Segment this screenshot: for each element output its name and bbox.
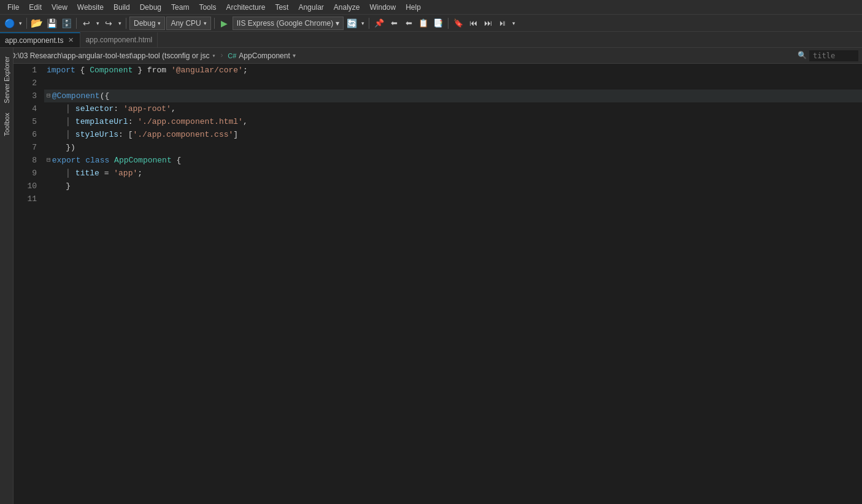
space-5 bbox=[71, 115, 75, 128]
code-line-1: import { Component } from '@angular/core… bbox=[44, 64, 862, 77]
menu-help[interactable]: Help bbox=[401, 2, 426, 13]
line-num-8: 8 bbox=[13, 154, 37, 167]
guide-6a: │ bbox=[66, 128, 71, 141]
undo-dropdown[interactable]: ▾ bbox=[94, 17, 101, 30]
debug5-dropdown[interactable]: ▾ bbox=[510, 17, 517, 30]
punc-13: { bbox=[172, 154, 182, 167]
nav-component-dropdown[interactable]: ▾ bbox=[293, 52, 296, 59]
refresh-dropdown[interactable]: ▾ bbox=[360, 17, 366, 30]
str-style-url: './app.component.css' bbox=[133, 128, 233, 141]
platform-dropdown[interactable]: Any CPU ▾ bbox=[166, 17, 210, 30]
punc-2: } bbox=[133, 64, 147, 77]
iis-express-label: IIS Express (Google Chrome) bbox=[237, 19, 333, 28]
nav-component[interactable]: C# AppComponent ▾ bbox=[228, 52, 295, 60]
menu-file[interactable]: File bbox=[2, 2, 24, 13]
nav-path-dropdown[interactable]: ▾ bbox=[212, 52, 215, 59]
menu-view[interactable]: View bbox=[47, 2, 72, 13]
prop-styleurls: styleUrls bbox=[75, 128, 118, 141]
iis-express-dropdown[interactable]: IIS Express (Google Chrome) ▾ bbox=[233, 17, 344, 30]
toolbar-sep-5 bbox=[369, 18, 369, 29]
save-button[interactable]: 💾 bbox=[45, 17, 58, 30]
redo-dropdown[interactable]: ▾ bbox=[117, 17, 123, 30]
code-container: 1 2 3 4 5 6 7 8 9 10 11 import { Compone… bbox=[13, 64, 862, 488]
menu-analyze[interactable]: Analyze bbox=[329, 2, 365, 13]
line-num-5: 5 bbox=[13, 115, 37, 128]
punc-9: , bbox=[243, 115, 248, 128]
punc-11: ] bbox=[233, 128, 238, 141]
prop-selector: selector bbox=[75, 102, 114, 115]
menu-debug[interactable]: Debug bbox=[135, 2, 166, 13]
menu-tools[interactable]: Tools bbox=[194, 2, 221, 13]
new-dropdown-button[interactable]: ▾ bbox=[17, 17, 23, 30]
code-lines[interactable]: import { Component } from '@angular/core… bbox=[44, 64, 862, 488]
indent-9 bbox=[47, 167, 66, 180]
undo-button[interactable]: ↩ bbox=[80, 17, 93, 30]
refresh-button[interactable]: 🔄 bbox=[345, 17, 358, 30]
platform-label: Any CPU bbox=[171, 19, 201, 28]
redo-button[interactable]: ↪ bbox=[102, 17, 115, 30]
iis-express-arrow: ▾ bbox=[336, 19, 339, 28]
toolbar-sep-2 bbox=[76, 18, 77, 29]
menu-angular[interactable]: Angular bbox=[293, 2, 328, 13]
search-icon: 🔍 bbox=[798, 51, 807, 60]
back-button[interactable]: ⬅ bbox=[387, 17, 401, 30]
code-line-2 bbox=[44, 77, 862, 90]
line-num-7: 7 bbox=[13, 141, 37, 154]
menu-architecture[interactable]: Architecture bbox=[221, 2, 270, 13]
line-num-3: 3 bbox=[13, 90, 37, 102]
collapse-icon-8[interactable]: ⊟ bbox=[47, 154, 51, 167]
punc-1: { bbox=[75, 64, 90, 77]
nav-component-icon: C# bbox=[228, 52, 236, 59]
str-template-url: './app.component.html' bbox=[137, 115, 243, 128]
nav-bar: ⚙ D:\03 Research\app-angular-tool-test\a… bbox=[0, 48, 862, 64]
forward-button[interactable]: ⬅ bbox=[402, 17, 415, 30]
menu-edit[interactable]: Edit bbox=[24, 2, 47, 13]
line-num-11: 11 bbox=[13, 193, 37, 205]
prop-title: title bbox=[75, 167, 99, 180]
server-explorer-label[interactable]: Server Explorer bbox=[2, 53, 12, 107]
cls-component: Component bbox=[90, 64, 133, 77]
space-8b bbox=[109, 154, 114, 167]
new-button[interactable]: 🔵 bbox=[2, 17, 16, 30]
punc-3 bbox=[166, 64, 171, 77]
tab-ts-close[interactable]: ✕ bbox=[67, 36, 75, 45]
toolbox-label[interactable]: Toolbox bbox=[2, 109, 12, 140]
str-app: 'app' bbox=[114, 167, 137, 180]
open-button[interactable]: 📂 bbox=[30, 17, 44, 30]
debug3-button[interactable]: ⏭ bbox=[481, 17, 494, 30]
code-line-9: │ title = 'app' ; bbox=[44, 167, 862, 180]
menu-build[interactable]: Build bbox=[109, 2, 135, 13]
menu-window[interactable]: Window bbox=[365, 2, 401, 13]
indent-5 bbox=[47, 115, 66, 128]
nav-button2[interactable]: 📋 bbox=[417, 17, 430, 30]
code-line-7: }) bbox=[44, 141, 862, 154]
at-decorator: @Component bbox=[52, 90, 100, 102]
code-line-8: ⊟ export class AppComponent { bbox=[44, 154, 862, 167]
menu-website[interactable]: Website bbox=[72, 2, 109, 13]
menu-test[interactable]: Test bbox=[270, 2, 293, 13]
collapse-icon-3[interactable]: ⊟ bbox=[47, 90, 51, 102]
save-all-button[interactable]: 🗄️ bbox=[60, 17, 73, 30]
indent-4 bbox=[47, 102, 66, 115]
pin-button[interactable]: 📌 bbox=[372, 17, 386, 30]
code-line-6: │ styleUrls : [ './app.component.css' ] bbox=[44, 128, 862, 141]
nav-button3[interactable]: 📑 bbox=[431, 17, 445, 30]
menu-team[interactable]: Team bbox=[166, 2, 194, 13]
debug2-button[interactable]: ⏮ bbox=[466, 17, 480, 30]
search-input[interactable] bbox=[809, 50, 858, 61]
nav-separator: › bbox=[219, 51, 224, 60]
debug4-button[interactable]: ⏯ bbox=[496, 17, 509, 30]
punc-4: ; bbox=[243, 64, 248, 77]
tab-ts-label: app.component.ts bbox=[5, 36, 63, 45]
debug-config-dropdown[interactable]: Debug ▾ bbox=[129, 17, 165, 30]
debug-config-label: Debug bbox=[134, 19, 155, 28]
tab-app-component-ts[interactable]: app.component.ts ✕ bbox=[0, 32, 80, 47]
kw-class: class bbox=[85, 154, 109, 167]
tab-bar: app.component.ts ✕ app.component.html bbox=[0, 32, 862, 48]
punc-8: : bbox=[128, 115, 138, 128]
tab-app-component-html[interactable]: app.component.html bbox=[80, 32, 158, 47]
bookmark-button[interactable]: 🔖 bbox=[452, 17, 465, 30]
punc-10: : [ bbox=[118, 128, 133, 141]
run-play-button[interactable]: ▶ bbox=[218, 17, 231, 30]
line-num-9: 9 bbox=[13, 167, 37, 180]
